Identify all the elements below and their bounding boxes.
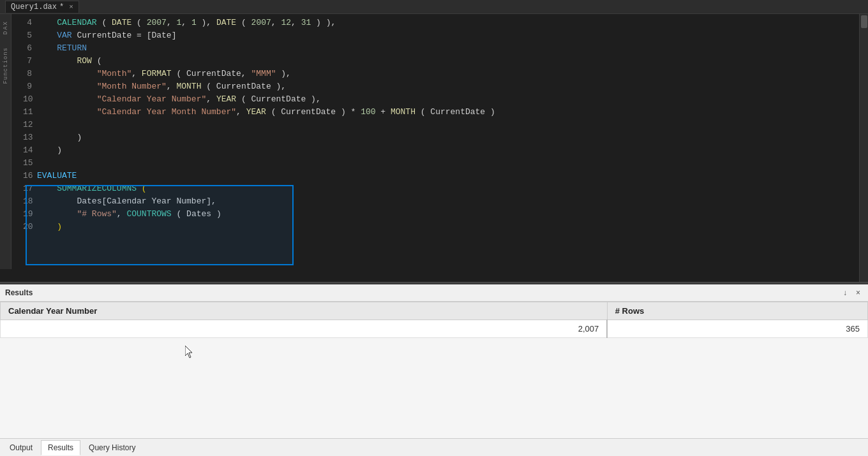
code-line-15	[37, 157, 859, 170]
code-line-12	[37, 119, 859, 131]
code-line-8: "Month" , FORMAT ( CurrentDate, "MMM" ),	[37, 68, 859, 80]
title-bar: Query1.dax * ×	[0, 0, 868, 14]
results-col-header-0: Calendar Year Number	[1, 302, 608, 320]
code-line-20: )	[37, 221, 859, 233]
mouse-cursor	[185, 346, 193, 358]
tab-output[interactable]: Output	[3, 440, 40, 455]
side-label-functions: Functions	[3, 47, 9, 84]
results-header: Results ↓ ×	[0, 284, 868, 302]
results-table: Calendar Year Number # Rows 2,007 365	[0, 302, 868, 338]
code-line-16: EVALUATE	[37, 170, 859, 182]
results-panel: Results ↓ × Calendar Year Number # Rows …	[0, 284, 868, 456]
results-close-icon[interactable]: ×	[853, 287, 863, 298]
results-title: Results	[5, 288, 33, 297]
results-col-header-1: # Rows	[607, 302, 867, 320]
tab-results[interactable]: Results	[41, 440, 80, 455]
file-tab-name: Query1.dax	[11, 3, 57, 11]
results-row-0: 2,007 365	[1, 320, 868, 338]
results-pin-icon[interactable]: ↓	[841, 287, 849, 298]
file-tab[interactable]: Query1.dax * ×	[5, 1, 79, 13]
code-line-13: )	[37, 131, 859, 144]
code-line-6: RETURN	[37, 42, 859, 55]
code-line-18: Dates[Calendar Year Number],	[37, 195, 859, 208]
results-header-icons: ↓ ×	[841, 287, 863, 298]
side-panel: DAX Functions	[0, 14, 11, 269]
code-line-5: VAR CurrentDate = [Date]	[37, 29, 859, 42]
results-cell-0-1: 365	[607, 320, 867, 338]
file-modified-indicator: *	[59, 3, 64, 11]
tab-query-history[interactable]: Query History	[82, 440, 142, 455]
code-content[interactable]: CALENDAR ( DATE ( 2007 , 1 , 1 ), DATE (…	[37, 14, 859, 282]
bottom-tabs: Output Results Query History	[0, 438, 868, 456]
code-line-10: "Calendar Year Number" , YEAR ( CurrentD…	[37, 93, 859, 106]
code-editor[interactable]: 4 5 6 7 8 9 10 11 12 13 14 15 16 17 18 1…	[0, 14, 868, 282]
line-numbers: 4 5 6 7 8 9 10 11 12 13 14 15 16 17 18 1…	[11, 14, 37, 282]
code-line-7: ROW (	[37, 55, 859, 68]
scrollbar-thumb[interactable]	[861, 15, 867, 28]
results-table-area[interactable]: Calendar Year Number # Rows 2,007 365	[0, 302, 868, 438]
code-line-9: "Month Number" , MONTH ( CurrentDate ),	[37, 80, 859, 93]
results-cell-0-0: 2,007	[1, 320, 608, 338]
code-line-4: CALENDAR ( DATE ( 2007 , 1 , 1 ), DATE (…	[37, 17, 859, 29]
code-line-19: "# Rows" , COUNTROWS ( Dates )	[37, 208, 859, 221]
code-line-17: SUMMARIZECOLUMNS (	[37, 182, 859, 195]
editor-scrollbar[interactable]	[859, 14, 868, 282]
code-line-14: )	[37, 144, 859, 157]
file-tab-close[interactable]: ×	[69, 3, 73, 11]
code-line-11: "Calendar Year Month Number" , YEAR ( Cu…	[37, 106, 859, 119]
side-label-dax: DAX	[3, 20, 9, 34]
